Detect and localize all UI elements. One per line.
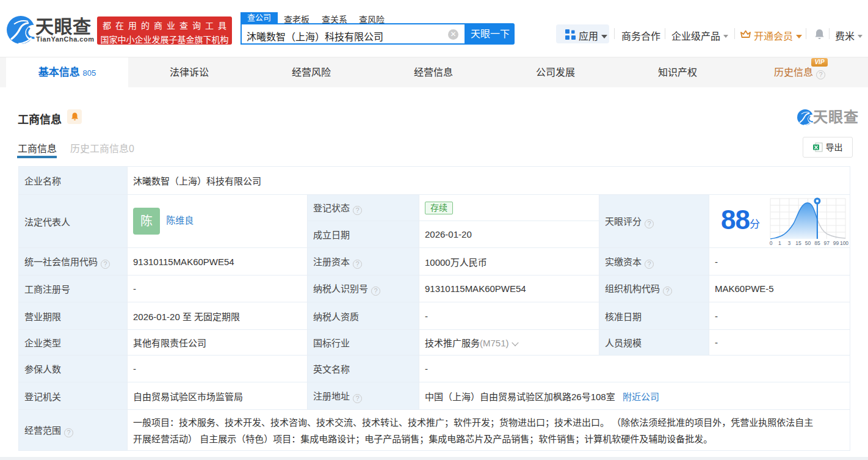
svg-text:100: 100	[840, 240, 848, 246]
svg-text:1: 1	[778, 240, 781, 246]
svg-text:99: 99	[833, 240, 839, 246]
svg-text:85: 85	[814, 240, 820, 246]
svg-text:97: 97	[823, 240, 830, 246]
svg-text:3: 3	[787, 240, 790, 246]
svg-text:15: 15	[795, 240, 801, 246]
svg-text:50: 50	[805, 240, 811, 246]
svg-text:0: 0	[770, 240, 773, 246]
